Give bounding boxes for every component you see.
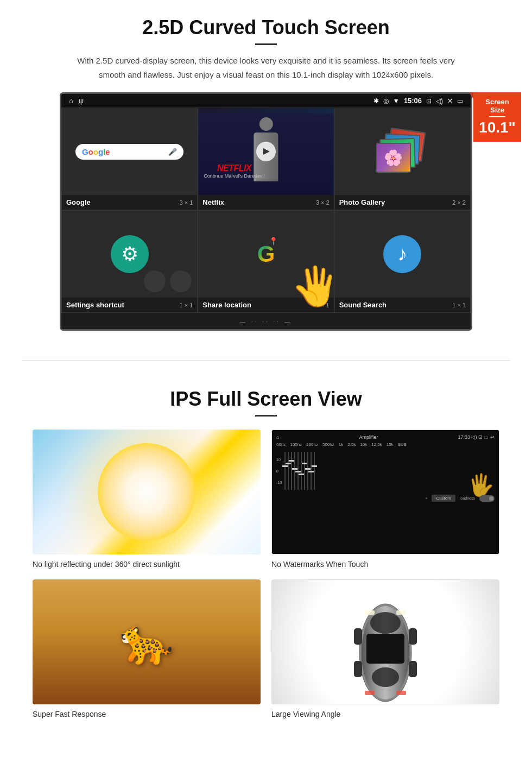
svg-rect-7 <box>354 628 362 645</box>
google-app-size: 3 × 1 <box>180 199 193 206</box>
cheetah-emoji: 🐆 <box>119 616 174 667</box>
sun-burst <box>98 443 195 541</box>
feature-sunlight: No light reflecting under 360° direct su… <box>33 430 261 569</box>
person-head <box>259 117 273 131</box>
shadow-icons <box>144 270 192 292</box>
netflix-cell-inner: NETFLIX Continue Marvel's Daredevil <box>198 108 333 195</box>
amp-loudness-toggle[interactable] <box>479 495 495 502</box>
flower-icon: 🌸 <box>377 144 410 172</box>
svg-rect-9 <box>354 661 362 677</box>
app-cell-gallery[interactable]: 🌸 Photo Gallery 2 × 2 <box>334 108 471 210</box>
app-cell-sound[interactable]: ♪ Sound Search 1 × 1 <box>334 210 471 313</box>
google-mic-icon: 🎤 <box>168 148 177 156</box>
section2-underline <box>255 415 277 417</box>
camera-icon: ⊡ <box>426 97 432 105</box>
amp-back-btn: « <box>426 496 428 500</box>
location-icon: ◎ <box>383 97 389 105</box>
gallery-app-name: Photo Gallery <box>339 198 385 206</box>
amp-freq-labels: 60hz100hz200hz500hz1k2.5k10k12.5k15kSUB <box>276 442 495 447</box>
amp-home-icon: ⌂ <box>276 434 279 440</box>
app-cell-settings[interactable]: ⚙ Settings shortcut 1 × 1 <box>61 210 198 313</box>
section1-description: With 2.5D curved-display screen, this de… <box>76 54 456 81</box>
slider-7 <box>304 452 305 490</box>
touch-hand-icon: 🖐 <box>467 472 495 498</box>
cheetah-image: 🐆 <box>33 579 261 704</box>
svg-rect-14 <box>396 691 406 695</box>
feature-cheetah: 🐆 Super Fast Response <box>33 579 261 718</box>
volume-icon: ◁) <box>436 97 443 105</box>
svg-rect-3 <box>366 634 404 664</box>
shadow-circle-2 <box>170 270 192 292</box>
settings-app-size: 1 × 1 <box>180 302 193 308</box>
slider-6 <box>301 452 302 490</box>
screen-size-label: Screen Size <box>485 98 509 114</box>
app-cell-netflix[interactable]: NETFLIX Continue Marvel's Daredevil Netf… <box>198 108 334 210</box>
gallery-app-size: 2 × 2 <box>452 199 466 206</box>
google-cell-inner: Google 🎤 <box>62 108 197 195</box>
netflix-logo-text: NETFLIX Continue Marvel's Daredevil <box>204 163 264 179</box>
amp-db-labels: 10 0 -10 <box>276 458 282 484</box>
amp-slider-tracks: 🖐 <box>284 449 495 493</box>
bluetooth-icon: ✱ <box>373 97 379 105</box>
slider-9 <box>311 452 312 490</box>
svg-rect-10 <box>409 661 417 677</box>
svg-point-4 <box>372 667 399 687</box>
slider-3 <box>291 452 292 490</box>
amp-custom-btn: Custom <box>432 495 455 502</box>
amp-footer: « Custom loudness <box>276 495 495 502</box>
svg-rect-13 <box>365 691 375 695</box>
google-logo: Google <box>82 147 110 156</box>
svg-point-2 <box>370 612 401 634</box>
slider-2 <box>288 452 289 490</box>
home-icon: ⌂ <box>69 97 73 105</box>
feature-car: Large Viewing Angle <box>271 579 499 718</box>
car-svg <box>353 598 418 704</box>
status-right-icons: ✱ ◎ ▼ 15:06 ⊡ ◁) ✕ ▭ <box>373 97 463 105</box>
svg-rect-12 <box>396 610 406 615</box>
app-cell-maps[interactable]: G 📍 🖐 Share location 1 × 1 <box>198 210 334 313</box>
wifi-icon: ▼ <box>393 97 400 105</box>
amplifier-caption: No Watermarks When Touch <box>271 560 499 569</box>
car-caption: Large Viewing Angle <box>271 710 499 718</box>
section2-title: IPS Full Screen View <box>33 388 499 411</box>
signal-icon: ✕ <box>447 97 453 105</box>
sound-app-name: Sound Search <box>339 301 387 309</box>
google-app-name: Google <box>66 198 91 206</box>
play-button[interactable] <box>256 142 276 161</box>
hand-touching-icon: 🖐 <box>292 264 334 308</box>
feature-grid: No light reflecting under 360° direct su… <box>33 430 499 718</box>
amp-header: ⌂ Amplifier 17:33 ◁) ⊡ ▭ ↩ <box>276 434 495 440</box>
section-divider <box>22 360 510 361</box>
settings-cell-inner: ⚙ <box>62 211 197 298</box>
status-bar: ⌂ ψ ✱ ◎ ▼ 15:06 ⊡ ◁) ✕ ▭ <box>61 94 471 108</box>
sunlight-image <box>33 430 261 554</box>
netflix-app-size: 3 × 2 <box>316 199 330 206</box>
cheetah-caption: Super Fast Response <box>33 710 261 718</box>
google-label-row: Google 3 × 1 <box>62 195 197 210</box>
device-screen: ⌂ ψ ✱ ◎ ▼ 15:06 ⊡ ◁) ✕ ▭ <box>60 92 472 331</box>
gallery-stack: 🌸 <box>381 130 424 173</box>
section1-title: 2.5D Curved Touch Screen <box>33 16 499 39</box>
amp-title: Amplifier <box>359 434 378 440</box>
sound-label-row: Sound Search 1 × 1 <box>335 298 470 312</box>
netflix-content: NETFLIX Continue Marvel's Daredevil <box>198 108 333 195</box>
sunlight-caption: No light reflecting under 360° direct su… <box>33 560 261 569</box>
maps-icon-wrapper: G 📍 <box>257 241 275 267</box>
app-cell-google[interactable]: Google 🎤 Google 3 × 1 <box>61 108 198 210</box>
maps-app-name: Share location <box>202 301 251 309</box>
gallery-cell-inner: 🌸 <box>335 108 470 195</box>
device-container: ⌂ ψ ✱ ◎ ▼ 15:06 ⊡ ◁) ✕ ▭ <box>60 92 472 331</box>
settings-icon-circle: ⚙ <box>111 235 149 273</box>
amplifier-image: ⌂ Amplifier 17:33 ◁) ⊡ ▭ ↩ 60hz100hz200h… <box>271 430 499 554</box>
screen-size-badge: Screen Size 10.1" <box>473 92 521 142</box>
section-curved-touch: 2.5D Curved Touch Screen With 2.5D curve… <box>0 0 532 344</box>
maps-pin-icon: 📍 <box>269 237 278 245</box>
sound-icon-circle: ♪ <box>383 235 421 273</box>
gear-icon: ⚙ <box>121 243 138 266</box>
slider-10 <box>314 452 315 490</box>
sound-cell-inner: ♪ <box>335 211 470 298</box>
amp-ui: ⌂ Amplifier 17:33 ◁) ⊡ ▭ ↩ 60hz100hz200h… <box>272 430 499 554</box>
pagination-dots: — ·· ·· ·· — <box>61 313 471 329</box>
google-search-bar[interactable]: Google 🎤 <box>75 144 183 160</box>
netflix-label-row: Netflix 3 × 2 <box>198 195 333 210</box>
